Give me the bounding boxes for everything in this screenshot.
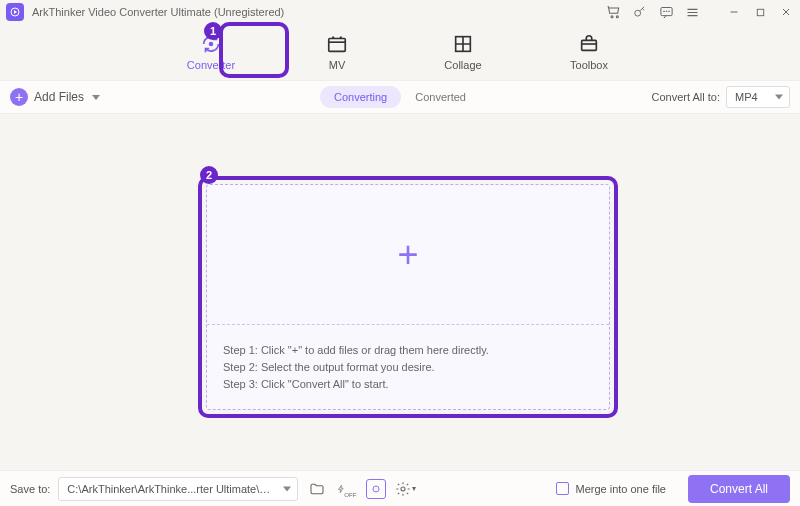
dropzone-add-area[interactable]: + [207, 185, 609, 325]
tab-mv-label: MV [329, 59, 346, 71]
gpu-toggle[interactable] [366, 479, 386, 499]
add-files-button[interactable]: + Add Files [10, 88, 100, 106]
annotation-badge-1: 1 [204, 22, 222, 40]
step-1-text: Step 1: Click "+" to add files or drag t… [223, 344, 593, 356]
menu-icon[interactable] [684, 4, 700, 20]
tab-mv[interactable]: MV [307, 24, 367, 80]
bottombar: Save to: C:\ArkThinker\ArkThinke...rter … [0, 470, 800, 506]
merge-checkbox[interactable]: Merge into one file [556, 482, 666, 495]
svg-point-4 [635, 10, 641, 16]
svg-point-6 [663, 10, 664, 11]
svg-marker-1 [14, 10, 17, 14]
convert-all-button[interactable]: Convert All [688, 475, 790, 503]
feedback-icon[interactable] [658, 4, 674, 20]
tab-toolbox-label: Toolbox [570, 59, 608, 71]
svg-point-14 [373, 486, 379, 492]
tab-collage[interactable]: Collage [433, 24, 493, 80]
tab-converting[interactable]: Converting [320, 86, 401, 108]
titlebar-controls [606, 4, 794, 20]
output-format-value: MP4 [735, 91, 758, 103]
collage-icon [452, 33, 474, 55]
open-folder-button[interactable] [306, 478, 328, 500]
convert-all-to-label: Convert All to: [652, 91, 720, 103]
toolbox-icon [578, 33, 600, 55]
chevron-down-icon [283, 486, 291, 491]
add-files-label: Add Files [34, 90, 84, 104]
mv-icon [326, 33, 348, 55]
svg-rect-9 [757, 9, 763, 15]
output-format-select[interactable]: MP4 [726, 86, 790, 108]
titlebar: ArkThinker Video Converter Ultimate (Unr… [0, 0, 800, 24]
subbar: + Add Files Converting Converted Convert… [0, 80, 800, 114]
conversion-status-tabs: Converting Converted [320, 86, 480, 108]
chevron-down-icon [775, 95, 783, 100]
svg-rect-13 [582, 40, 597, 50]
plus-icon: + [10, 88, 28, 106]
save-to-label: Save to: [10, 483, 50, 495]
close-button[interactable] [778, 4, 794, 20]
tab-converter-label: Converter [187, 59, 235, 71]
dropzone[interactable]: + Step 1: Click "+" to add files or drag… [206, 184, 610, 410]
settings-button[interactable]: ▾ [394, 478, 416, 500]
key-icon[interactable] [632, 4, 648, 20]
svg-point-10 [209, 42, 214, 47]
cart-icon[interactable] [606, 4, 622, 20]
merge-label: Merge into one file [575, 483, 666, 495]
hw-accel-toggle[interactable]: OFF [336, 478, 358, 500]
save-path-value: C:\ArkThinker\ArkThinke...rter Ultimate\… [67, 483, 298, 495]
save-path-select[interactable]: C:\ArkThinker\ArkThinke...rter Ultimate\… [58, 477, 298, 501]
svg-point-3 [616, 16, 618, 18]
dropzone-annotation: + Step 1: Click "+" to add files or drag… [198, 176, 618, 418]
svg-point-8 [668, 10, 669, 11]
svg-point-2 [611, 16, 613, 18]
annotation-badge-2: 2 [200, 166, 218, 184]
app-logo [6, 3, 24, 21]
convert-all-button-label: Convert All [710, 482, 768, 496]
dropzone-instructions: Step 1: Click "+" to add files or drag t… [207, 325, 609, 409]
chevron-down-icon [92, 95, 100, 100]
tab-toolbox[interactable]: Toolbox [559, 24, 619, 80]
step-3-text: Step 3: Click "Convert All" to start. [223, 378, 593, 390]
svg-point-15 [401, 487, 405, 491]
svg-rect-11 [329, 39, 346, 52]
add-plus-icon: + [397, 234, 418, 276]
app-title: ArkThinker Video Converter Ultimate (Unr… [32, 6, 284, 18]
step-2-text: Step 2: Select the output format you des… [223, 361, 593, 373]
convert-all-to: Convert All to: MP4 [652, 86, 790, 108]
minimize-button[interactable] [726, 4, 742, 20]
maximize-button[interactable] [752, 4, 768, 20]
main-tabs: Converter MV Collage Toolbox [0, 24, 800, 80]
tab-converted[interactable]: Converted [401, 86, 480, 108]
main-area: 2 + Step 1: Click "+" to add files or dr… [0, 114, 800, 470]
tab-collage-label: Collage [444, 59, 481, 71]
checkbox-icon [556, 482, 569, 495]
svg-point-7 [666, 10, 667, 11]
